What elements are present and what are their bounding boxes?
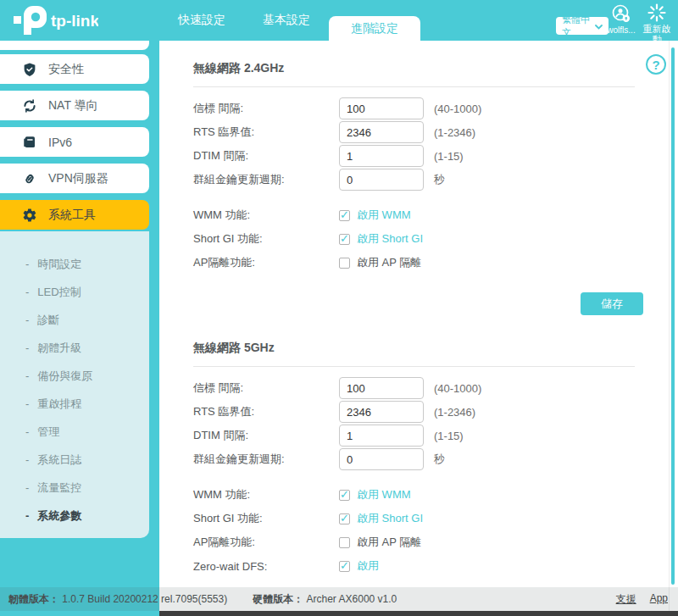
language-value: 繁體中文	[562, 14, 595, 39]
field-label: 信標 間隔:	[193, 380, 339, 396]
ipv6-document-icon	[22, 135, 37, 150]
field-hint: 秒	[434, 172, 445, 187]
submenu-item[interactable]: 備份與復原	[0, 362, 149, 390]
nat-forwarding-icon	[22, 98, 37, 114]
footer-link[interactable]: App	[650, 592, 668, 607]
sidebar-item-security[interactable]: 安全性	[0, 54, 149, 84]
checkbox-row: AP隔離功能: 啟用 AP 隔離	[193, 531, 635, 553]
checkbox-row-label: WMM 功能:	[193, 208, 339, 223]
checkbox[interactable]	[339, 490, 350, 501]
field-hint: (1-2346)	[434, 406, 475, 419]
sidebar-item-vpn-server[interactable]: VPN伺服器	[0, 164, 149, 193]
sidebar-item-label: 安全性	[48, 62, 84, 77]
language-selector[interactable]: 繁體中文	[556, 17, 609, 35]
hardware-version: 硬體版本： Archer AX6000 v1.0	[253, 592, 397, 607]
main-tabs: 快速設定 基本設定 進階設定	[159, 0, 420, 41]
footer-bar: 韌體版本： 1.0.7 Build 20200212 rel.7095(5553…	[0, 587, 678, 611]
form-field-row: 群組金鑰更新週期: 秒	[193, 169, 635, 191]
sidebar-item-nat-forwarding[interactable]: NAT 導向	[0, 91, 149, 120]
sidebar-item-label: 系統工具	[48, 208, 96, 223]
checkbox-row: AP隔離功能: 啟用 AP 隔離	[193, 252, 635, 274]
submenu-item[interactable]: LED控制	[0, 278, 149, 306]
sidebar-nav: 安全性 NAT 導向 IPv6 VPN伺服器 系統工具	[0, 54, 149, 236]
checkbox[interactable]	[339, 561, 350, 572]
checkbox[interactable]	[339, 258, 350, 269]
field-input[interactable]	[339, 97, 424, 119]
field-input[interactable]	[339, 121, 424, 143]
form-field-row: 信標 間隔: (40-1000)	[193, 377, 635, 399]
vpn-link-icon	[22, 171, 37, 186]
form-field-row: 信標 間隔: (40-1000)	[193, 97, 635, 119]
submenu-item[interactable]: 診斷	[0, 306, 149, 334]
submenu-item[interactable]: 系統參數	[0, 502, 149, 530]
shield-check-icon	[22, 62, 37, 77]
user-name: wolfls...	[607, 25, 635, 35]
checkbox-row-label: Zero-wait DFS:	[193, 560, 339, 573]
form-field-row: DTIM 間隔: (1-15)	[193, 145, 635, 167]
field-hint: (40-1000)	[434, 382, 481, 395]
section-title: 無線網路 2.4GHz	[193, 61, 635, 76]
nav-tab[interactable]: 基本設定	[244, 0, 329, 41]
field-input[interactable]	[339, 425, 424, 447]
checkbox[interactable]	[339, 210, 350, 221]
checkbox[interactable]	[339, 234, 350, 245]
field-input[interactable]	[339, 377, 424, 399]
header: tp-link 快速設定 基本設定 進階設定 繁體中文 wolfls...	[0, 0, 678, 41]
firmware-version: 韌體版本： 1.0.7 Build 20200212 rel.7095(5553…	[8, 592, 227, 607]
submenu-item[interactable]: 重啟排程	[0, 390, 149, 418]
field-label: 群組金鑰更新週期:	[193, 172, 339, 187]
user-account-button[interactable]: wolfls...	[603, 3, 639, 35]
checkbox-label: 啟用 Short GI	[357, 511, 423, 526]
field-input[interactable]	[339, 145, 424, 167]
svg-text:tp-link: tp-link	[51, 12, 98, 30]
checkbox-row-label: AP隔離功能:	[193, 255, 339, 270]
checkbox[interactable]	[339, 513, 350, 524]
checkbox-row: WMM 功能: 啟用 WMM	[193, 204, 635, 226]
scrollbar-thumb[interactable]	[671, 47, 675, 585]
checkbox-row: Short GI 功能: 啟用 Short GI	[193, 228, 635, 250]
help-icon[interactable]: ?	[646, 54, 666, 75]
field-label: RTS 臨界值:	[193, 125, 339, 140]
checkbox-row: Zero-wait DFS: 啟用	[193, 555, 635, 577]
bottom-edge-strip	[159, 611, 678, 616]
checkbox-label: 啟用 Short GI	[357, 231, 423, 247]
field-input[interactable]	[339, 401, 424, 423]
field-label: RTS 臨界值:	[193, 404, 339, 419]
submenu-item[interactable]: 流量監控	[0, 474, 149, 502]
submenu-item[interactable]: 系統日誌	[0, 446, 149, 474]
checkbox-label: 啟用 AP 隔離	[357, 255, 421, 270]
field-hint: (1-15)	[434, 150, 464, 163]
footer-links: 支援 App	[616, 592, 668, 607]
submenu-item[interactable]: 管理	[0, 418, 149, 446]
section-divider	[193, 366, 635, 367]
save-button[interactable]: 儲存	[581, 292, 643, 315]
checkbox[interactable]	[339, 537, 350, 548]
checkbox-label: 啟用	[357, 558, 379, 574]
sidebar-item-ipv6[interactable]: IPv6	[0, 127, 149, 157]
footer-link[interactable]: 支援	[616, 592, 636, 607]
section-title: 無線網路 5GHz	[193, 341, 635, 356]
system-tools-submenu: 時間設定 LED控制 診斷 韌體升級 備份與復原 重啟排程 管理 系統日誌 流量…	[0, 231, 149, 538]
sidebar-item-label: IPv6	[48, 136, 72, 149]
submenu-item[interactable]: 韌體升級	[0, 334, 149, 362]
field-hint: (1-2346)	[434, 126, 475, 139]
nav-tab[interactable]: 進階設定	[329, 16, 420, 41]
checkbox-row-label: Short GI 功能:	[193, 231, 339, 247]
section-divider	[193, 86, 635, 87]
submenu-item[interactable]: 時間設定	[0, 250, 149, 278]
nav-tab[interactable]: 快速設定	[159, 0, 244, 41]
reboot-button[interactable]: 重新啟動	[639, 3, 675, 44]
field-hint: (40-1000)	[434, 103, 481, 115]
form-field-row: 群組金鑰更新週期: 秒	[193, 448, 635, 470]
sidebar-item-label: NAT 導向	[48, 98, 98, 114]
field-label: DTIM 間隔:	[193, 428, 339, 443]
checkbox-label: 啟用 AP 隔離	[357, 535, 421, 550]
chevron-down-icon	[595, 21, 603, 31]
field-input[interactable]	[339, 448, 424, 470]
checkbox-row-label: AP隔離功能:	[193, 535, 339, 550]
sidebar-item-system-tools[interactable]: 系統工具	[0, 200, 149, 230]
settings-section: 無線網路 5GHz 信標 間隔: (40-1000) RTS 臨界值: (1-2…	[193, 341, 635, 577]
sidebar-item-label: VPN伺服器	[48, 171, 108, 186]
field-hint: (1-15)	[434, 430, 464, 442]
field-input[interactable]	[339, 169, 424, 191]
